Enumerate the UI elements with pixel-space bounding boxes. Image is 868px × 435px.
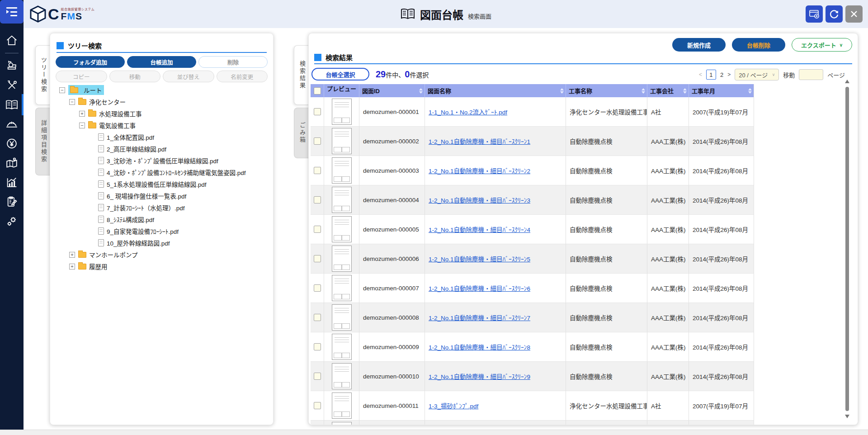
- preview-cell[interactable]: [324, 215, 359, 244]
- tree-node-folder[interactable]: +マンホールポンプ: [50, 249, 271, 260]
- tree-node-label[interactable]: 3_沈砂池・ﾎﾟﾝﾌﾟ設備低圧単線結線図.pdf: [107, 156, 218, 165]
- tree-node-label[interactable]: マンホールポンプ: [89, 250, 138, 259]
- drawing-link[interactable]: 1-2_No.1自動除塵機・細目ﾊﾞｰｽｸﾘｰﾝ8: [429, 342, 530, 351]
- tree-node-folder[interactable]: +水処理設備工事: [50, 108, 271, 119]
- sort-icon[interactable]: [683, 88, 687, 94]
- row-checkbox[interactable]: [314, 167, 321, 174]
- drawing-thumbnail[interactable]: [332, 187, 352, 213]
- column-header-工事会社[interactable]: 工事会社: [647, 84, 689, 97]
- drawing-link[interactable]: 1-2_No.1自動除塵機・細目ﾊﾞｰｽｸﾘｰﾝ5: [429, 254, 530, 263]
- row-checkbox[interactable]: [314, 196, 321, 203]
- row-checkbox[interactable]: [314, 343, 321, 350]
- drawing-thumbnail[interactable]: [332, 422, 352, 425]
- row-checkbox[interactable]: [314, 137, 321, 145]
- prev-page-button[interactable]: <: [699, 71, 702, 78]
- tree-node-file[interactable]: 3_沈砂池・ﾎﾟﾝﾌﾟ設備低圧単線結線図.pdf: [50, 155, 271, 166]
- sidebar-item-home[interactable]: [0, 31, 24, 50]
- row-checkbox[interactable]: [314, 314, 321, 321]
- preview-cell[interactable]: [324, 156, 359, 185]
- goto-page-input[interactable]: [799, 69, 823, 80]
- tree-node-label[interactable]: 水処理設備工事: [99, 109, 142, 118]
- scrollbar-thumb[interactable]: [845, 87, 849, 411]
- tree-node-label[interactable]: 4_沈砂・ﾎﾟﾝﾌﾟ設備ｺﾝﾄﾛｰﾙｾﾝﾀ補助継電気盤姿図.pdf: [107, 168, 246, 177]
- expand-icon[interactable]: +: [79, 111, 85, 117]
- scroll-up-icon[interactable]: [845, 80, 849, 83]
- tab-detail-search[interactable]: 詳細項目検索: [35, 108, 52, 175]
- menu-icon[interactable]: [0, 0, 24, 24]
- tree-node-file[interactable]: 4_沈砂・ﾎﾟﾝﾌﾟ設備ｺﾝﾄﾛｰﾙｾﾝﾀ補助継電気盤姿図.pdf: [50, 166, 271, 178]
- scroll-down-icon[interactable]: [845, 415, 849, 418]
- sidebar-item-map[interactable]: [0, 153, 24, 173]
- tab-trash[interactable]: ごみ箱: [294, 108, 310, 158]
- sidebar-item-chart[interactable]: [0, 173, 24, 192]
- tree-node-label[interactable]: 電気設備工事: [99, 121, 136, 130]
- drawing-thumbnail[interactable]: [332, 275, 352, 301]
- drawing-link[interactable]: 1-2_No.1自動除塵機・細目ﾊﾞｰｽｸﾘｰﾝ1: [429, 137, 530, 146]
- tree-node-file[interactable]: 9_自家発電設備ﾌﾛｰｼｰﾄ.pdf: [50, 225, 271, 237]
- drawing-thumbnail[interactable]: [332, 304, 352, 331]
- tree-node-file[interactable]: 5_1系水処理設備低圧単線結線図.pdf: [50, 178, 271, 190]
- preview-cell[interactable]: [324, 127, 359, 156]
- tree-node-file[interactable]: 1_全体配置図.pdf: [50, 131, 271, 143]
- horizontal-scrollbar[interactable]: [0, 430, 868, 435]
- row-checkbox[interactable]: [314, 226, 321, 233]
- tree-node-label[interactable]: 6_ 現場操作盤仕様一覧表.pdf: [107, 191, 186, 200]
- sort-icon[interactable]: [419, 88, 423, 94]
- tree-node-label[interactable]: 1_全体配置図.pdf: [107, 132, 154, 142]
- expand-icon[interactable]: +: [69, 264, 75, 270]
- close-icon[interactable]: [845, 5, 863, 23]
- row-checkbox[interactable]: [314, 108, 321, 115]
- row-checkbox[interactable]: [314, 284, 321, 292]
- tab-tree-search[interactable]: ツリー検索: [35, 45, 52, 105]
- expand-icon[interactable]: +: [69, 252, 75, 258]
- drawing-thumbnail[interactable]: [332, 334, 352, 360]
- tree-node-file[interactable]: 8_ｼｽﾃﾑ構成図.pdf: [50, 213, 271, 225]
- tree-node-file[interactable]: 2_高圧単線結線図.pdf: [50, 143, 271, 155]
- sort-icon[interactable]: [748, 88, 752, 94]
- next-page-button[interactable]: >: [727, 71, 731, 78]
- preview-cell[interactable]: [324, 274, 359, 303]
- drawing-link[interactable]: 1-2_No.1自動除塵機・細目ﾊﾞｰｽｸﾘｰﾝ9: [429, 372, 530, 381]
- row-checkbox[interactable]: [314, 402, 321, 409]
- row-checkbox[interactable]: [314, 373, 321, 380]
- tree-node-folder[interactable]: −ルート: [50, 84, 271, 96]
- drawing-thumbnail[interactable]: [332, 157, 352, 184]
- preview-cell[interactable]: [324, 97, 359, 127]
- sort-icon[interactable]: [642, 88, 645, 94]
- drawing-link[interactable]: 1-2_No.1自動除塵機・細目ﾊﾞｰｽｸﾘｰﾝ7: [429, 313, 530, 322]
- collapse-icon[interactable]: −: [79, 123, 85, 128]
- tree-button-フォルダ追加[interactable]: フォルダ追加: [56, 56, 125, 68]
- collapse-icon[interactable]: −: [59, 87, 65, 93]
- drawing-thumbnail[interactable]: [332, 99, 352, 125]
- selected-tree-node[interactable]: ルート: [68, 85, 104, 95]
- preview-cell[interactable]: [324, 185, 359, 215]
- tree-node-file[interactable]: 10_屋外幹線経路図.pdf: [50, 237, 271, 249]
- tree-node-label[interactable]: 浄化センター: [89, 97, 126, 106]
- sidebar-item-drawing-ledger[interactable]: [0, 95, 24, 114]
- collapse-icon[interactable]: −: [69, 99, 75, 105]
- row-checkbox[interactable]: [314, 255, 321, 262]
- sidebar-item-helmet[interactable]: [0, 114, 24, 134]
- create-button[interactable]: 新規作成: [672, 38, 726, 52]
- page-size-select[interactable]: 20 / ページ ∨: [735, 69, 779, 80]
- tree-node-label[interactable]: 2_高圧単線結線図.pdf: [107, 144, 166, 153]
- tree-node-file[interactable]: 6_ 現場操作盤仕様一覧表.pdf: [50, 190, 271, 202]
- page-number-2[interactable]: 2: [720, 71, 723, 78]
- preview-cell[interactable]: [324, 362, 359, 391]
- refresh-icon[interactable]: [826, 5, 843, 23]
- drawing-link[interactable]: 1-1_No.1・No.2流入ｹﾞｰﾄ.pdf: [429, 107, 507, 116]
- drawing-link[interactable]: 1-2_No.1自動除塵機・細目ﾊﾞｰｽｸﾘｰﾝ2: [429, 166, 530, 175]
- tree-node-label[interactable]: 5_1系水処理設備低圧単線結線図.pdf: [107, 180, 207, 189]
- header-checkbox[interactable]: [314, 87, 321, 95]
- preview-cell[interactable]: [324, 303, 359, 332]
- tree-node-folder[interactable]: +履歴用: [50, 260, 271, 272]
- drawing-link[interactable]: 1-2_No.1自動除塵機・細目ﾊﾞｰｽｸﾘｰﾝ3: [429, 195, 530, 204]
- tree-node-folder[interactable]: −電気設備工事: [50, 119, 271, 131]
- tree-node-file[interactable]: 7_計装ﾌﾛｰｼｰﾄ（水処理）.pdf: [50, 202, 271, 213]
- page-number-1[interactable]: 1: [706, 70, 716, 80]
- drawing-thumbnail[interactable]: [332, 128, 352, 154]
- preview-cell[interactable]: [324, 421, 359, 425]
- sidebar-item-yen[interactable]: [0, 134, 24, 153]
- preview-cell[interactable]: [324, 391, 359, 421]
- tree-node-folder[interactable]: −浄化センター: [50, 96, 271, 108]
